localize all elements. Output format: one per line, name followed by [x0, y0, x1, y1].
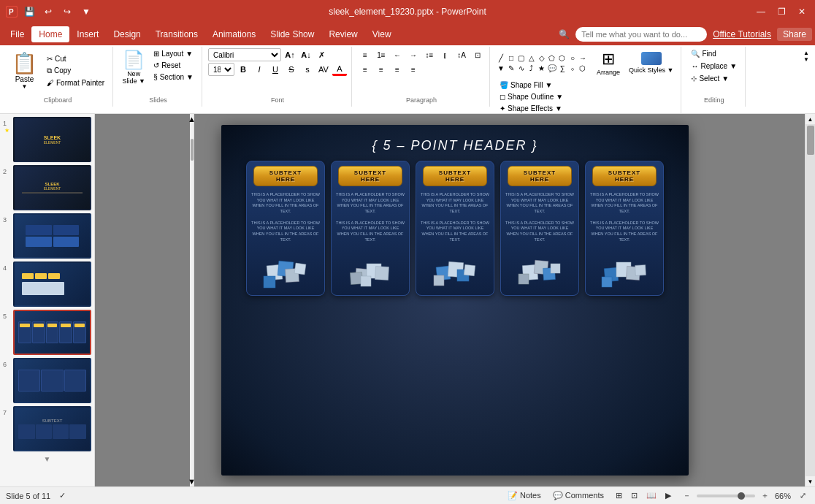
scroll-up-right[interactable]: ▲	[806, 114, 815, 124]
office-tutorials-link[interactable]: Office Tutorials	[713, 29, 771, 39]
undo-btn[interactable]: ↩	[41, 4, 56, 19]
ribbon-scroll-down[interactable]: ▼	[803, 56, 809, 63]
triangle-shape[interactable]: △	[527, 53, 537, 63]
new-slide-btn[interactable]: 📄 NewSlide ▼	[119, 48, 148, 86]
bold-btn[interactable]: B	[236, 63, 250, 76]
right-scrollbar[interactable]: ▲ ▼	[805, 114, 815, 486]
shape-outline-btn[interactable]: ◻ Shape Outline ▼	[496, 91, 567, 102]
underline-btn[interactable]: U	[268, 63, 283, 76]
restore-btn[interactable]: ❐	[774, 4, 789, 19]
scroll-up-btn[interactable]: ▲	[190, 114, 194, 124]
card-1[interactable]: SUBTEXT HERE THIS IS A PLACEHOLDER TO SH…	[246, 161, 325, 296]
card-2[interactable]: SUBTEXT HERE THIS IS A PLACEHOLDER TO SH…	[331, 161, 410, 296]
connector-shape[interactable]: ⤴	[527, 63, 537, 73]
increase-font-btn[interactable]: A↑	[283, 48, 297, 61]
zoom-slider[interactable]	[697, 495, 755, 497]
menu-slideshow[interactable]: Slide Show	[263, 26, 321, 42]
paste-arrow[interactable]: ▼	[22, 83, 28, 90]
slide-img-2[interactable]: SLEEK ELEMENT	[13, 165, 91, 210]
slide-thumb-4[interactable]: 4	[3, 261, 91, 307]
callout-shape[interactable]: 💬	[547, 63, 557, 73]
diamond-shape[interactable]: ◇	[537, 53, 547, 63]
card-5[interactable]: SUBTEXT HERE THIS IS A PLACEHOLDER TO SH…	[585, 161, 664, 296]
reading-view-btn[interactable]: 📖	[643, 490, 659, 501]
copy-btn[interactable]: ⧉ Copy	[43, 65, 108, 77]
slide-sorter-btn[interactable]: ⊡	[628, 490, 640, 501]
font-name-select[interactable]: Calibri	[208, 48, 281, 61]
circle-shape[interactable]: ○	[567, 53, 578, 63]
save-quick-btn[interactable]: 💾	[22, 4, 37, 19]
slide-img-5[interactable]	[13, 310, 91, 355]
hexagon-shape[interactable]: ⬡	[557, 53, 567, 63]
increase-indent-btn[interactable]: →	[406, 48, 421, 61]
shape-fill-btn[interactable]: 🪣 Shape Fill ▼	[496, 80, 567, 91]
line-spacing-btn[interactable]: ↕≡	[422, 48, 437, 61]
bullets-btn[interactable]: ≡	[358, 48, 372, 61]
align-center-btn[interactable]: ≡	[374, 63, 389, 76]
ribbon-scroll-up[interactable]: ▲	[803, 50, 809, 56]
menu-animations[interactable]: Animations	[205, 26, 263, 42]
format-painter-btn[interactable]: 🖌 Format Painter	[43, 77, 108, 88]
paste-btn[interactable]: 📋 Paste ▼	[7, 48, 42, 93]
zoom-in-btn[interactable]: ＋	[758, 489, 772, 502]
panel-scroll-down[interactable]: ▼	[3, 454, 91, 463]
normal-view-btn[interactable]: ⊞	[613, 490, 625, 501]
section-btn[interactable]: § Section ▼	[150, 72, 197, 83]
rect-shape[interactable]: □	[506, 53, 516, 63]
customize-btn[interactable]: ▼	[79, 4, 93, 19]
minimize-btn[interactable]: —	[754, 4, 768, 19]
slide-img-7[interactable]: SUBTEXT	[13, 406, 91, 451]
strikethrough-btn[interactable]: S	[284, 63, 299, 76]
find-btn[interactable]: 🔍 Find	[687, 48, 719, 59]
layout-btn[interactable]: ⊞ Layout ▼	[150, 48, 197, 59]
menu-transitions[interactable]: Transitions	[148, 26, 205, 42]
star-shape[interactable]: ★	[537, 63, 547, 73]
rounded-rect-shape[interactable]: ▢	[516, 53, 527, 63]
align-right-btn[interactable]: ≡	[390, 63, 405, 76]
v-scroll-thumb[interactable]	[191, 139, 194, 161]
justify-btn[interactable]: ≡	[406, 63, 421, 76]
fit-window-btn[interactable]: ⤢	[797, 490, 809, 501]
char-spacing-btn[interactable]: AV	[316, 63, 331, 76]
menu-home[interactable]: Home	[31, 26, 69, 42]
slide-thumb-7[interactable]: 7 SUBTEXT	[3, 406, 91, 451]
share-btn[interactable]: Share	[777, 28, 812, 41]
flowchart-shape[interactable]: ⬡	[578, 63, 588, 73]
action-shape[interactable]: ⬦	[567, 63, 578, 73]
menu-design[interactable]: Design	[106, 26, 148, 42]
shape-effects-btn[interactable]: ✦ Shape Effects ▼	[496, 103, 567, 114]
font-size-select[interactable]: 18	[208, 63, 234, 76]
zoom-out-btn[interactable]: －	[680, 489, 694, 502]
pentagon-shape[interactable]: ⬠	[547, 53, 557, 63]
notes-btn[interactable]: 📝 Notes	[505, 490, 544, 501]
more-shapes[interactable]: ▼	[496, 63, 506, 73]
reset-btn[interactable]: ↺ Reset	[150, 60, 197, 71]
slide-thumb-2[interactable]: 2 SLEEK ELEMENT	[3, 165, 91, 210]
slideshow-btn[interactable]: ▶	[662, 490, 674, 501]
slide-img-4[interactable]	[13, 261, 91, 307]
menu-insert[interactable]: Insert	[69, 26, 106, 42]
align-left-btn[interactable]: ≡	[358, 63, 372, 76]
arrange-btn[interactable]: ⊞ Arrange	[592, 48, 624, 77]
convert-smartart-btn[interactable]: ⊡	[470, 48, 485, 61]
numbering-btn[interactable]: 1≡	[374, 48, 389, 61]
curve-shape[interactable]: ∿	[516, 63, 527, 73]
clear-format-btn[interactable]: ✗	[315, 48, 329, 61]
decrease-indent-btn[interactable]: ←	[390, 48, 405, 61]
select-btn[interactable]: ⊹ Select ▼	[687, 73, 732, 84]
card-3[interactable]: SUBTEXT HERE THIS IS A PLACEHOLDER TO SH…	[416, 161, 494, 296]
slide-thumb-3[interactable]: 3	[3, 213, 91, 259]
font-color-btn[interactable]: A	[332, 63, 347, 76]
italic-btn[interactable]: I	[252, 63, 267, 76]
freeform-shape[interactable]: ✎	[506, 63, 516, 73]
slide-img-1[interactable]: SLEEK ELEMENT	[13, 117, 91, 162]
replace-btn[interactable]: ↔ Replace ▼	[687, 61, 741, 72]
menu-view[interactable]: View	[365, 26, 399, 42]
slide-thumb-5[interactable]: 5	[3, 310, 91, 355]
slide-img-6[interactable]	[13, 358, 91, 403]
menu-review[interactable]: Review	[321, 26, 364, 42]
search-input[interactable]	[575, 27, 707, 42]
columns-btn[interactable]: ⫿	[438, 48, 453, 61]
arrow-shape[interactable]: →	[578, 53, 588, 63]
comments-btn[interactable]: 💬 Comments	[550, 490, 607, 501]
